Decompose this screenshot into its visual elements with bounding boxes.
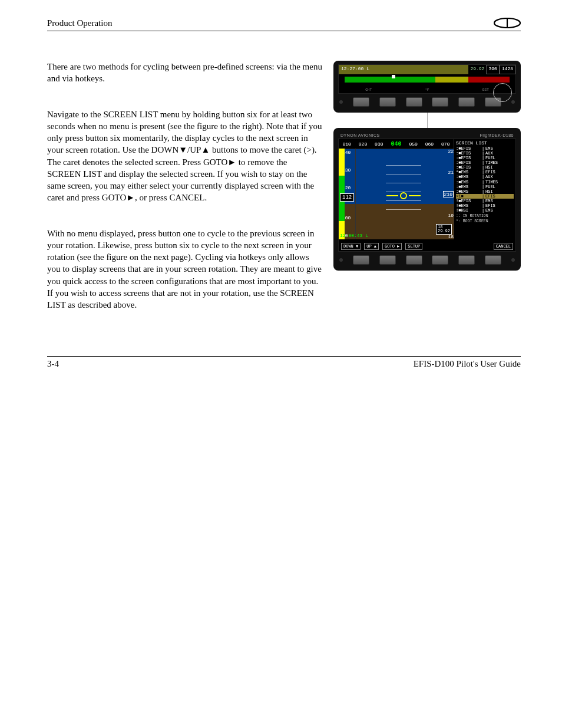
ems-degree-label: °F (425, 88, 429, 92)
screen-list-item[interactable]: :■EMS|HSI (456, 189, 514, 194)
efis-button-3[interactable] (406, 255, 422, 265)
efis-unit-bezel: DYNON AVIONICS FlightDEK-D180 010 020 03… (333, 128, 521, 271)
bezel-screw-icon (511, 258, 515, 262)
alt-readout: 210 (443, 191, 454, 197)
softkey-goto[interactable]: GOTO ► (382, 243, 402, 250)
ems-button-row (338, 94, 516, 108)
ems-gauge-marker-icon (392, 75, 395, 78)
screen-list-item[interactable]: !■EMS|EFIS (456, 203, 514, 208)
efis-button-2[interactable] (379, 255, 396, 265)
screen-list-item[interactable]: :■EMS|TIMES (456, 180, 514, 185)
ems-egt-label: EGT (482, 88, 489, 92)
softkey-cancel[interactable]: CANCEL (494, 243, 513, 250)
screen-list-item[interactable]: :■EMS|FUEL (456, 185, 514, 189)
efis-button-1[interactable] (353, 255, 369, 265)
heading-tick: 010 (342, 141, 351, 147)
ems-button-2[interactable] (379, 97, 396, 107)
hardware-photo: 12:27:00 L 29.92 390 1428 CHT °F EGT (333, 61, 521, 271)
screen-list-legend-rotation: :: IN ROTATION (456, 214, 514, 218)
airspeed-readout: 112 (340, 193, 354, 202)
ems-button-4[interactable] (432, 97, 448, 107)
softkey-up[interactable]: UP ▲ (364, 243, 379, 250)
heading-tick: 030 (375, 141, 383, 147)
bezel-screw-icon (511, 100, 515, 104)
efis-button-row (338, 252, 516, 266)
paragraph-intro: There are two methods for cycling betwee… (47, 61, 323, 85)
heading-tick: 060 (425, 141, 434, 147)
alt-tick: 21 (448, 170, 454, 175)
heading-tick: 020 (359, 141, 367, 147)
ems-button-5[interactable] (458, 97, 475, 107)
screen-list-item[interactable]: :■EFIS|HSI (456, 165, 514, 170)
ems-egt-value: 1428 (500, 65, 515, 74)
dynon-logo-icon (494, 18, 521, 28)
screen-list-item[interactable]: :■EMS|AUX (456, 174, 514, 179)
page-footer: 3-4 EFIS-D100 Pilot's User Guide (47, 356, 521, 369)
screen-list-menu[interactable]: SCREEN LIST :■EFIS|EMS:■EFIS|AUX:■EFIS|F… (454, 139, 515, 239)
screen-list-item[interactable]: !■EFIS|EMS (456, 199, 514, 203)
screen-list-item[interactable]: :■EFIS|AUX (456, 151, 514, 156)
ems-cht-value: 390 (486, 65, 499, 74)
screen-list-item[interactable]: :■EFIS|TIMES (456, 160, 514, 165)
screen-list-item[interactable]: >1■|EFIS (456, 194, 514, 199)
alt-tick: 19 (448, 213, 454, 218)
ems-unit-bezel: 12:27:00 L 29.92 390 1428 CHT °F EGT (333, 61, 521, 113)
page-header: Product Operation (47, 18, 521, 31)
aircraft-symbol-icon (380, 192, 427, 199)
header-title: Product Operation (47, 18, 112, 28)
brand-left: DYNON AVIONICS (340, 133, 380, 137)
efis-button-6[interactable] (485, 255, 501, 265)
callout-line-icon (427, 113, 428, 128)
ems-screen: 12:27:00 L 29.92 390 1428 CHT °F EGT (338, 64, 516, 94)
heading-current: 040 (391, 141, 401, 147)
baro-readout: 18 29.92 (436, 224, 452, 235)
efis-screen: 010 020 030 040 050 060 070 140 130 (338, 139, 516, 252)
ems-gauge-labels: CHT °F EGT (339, 88, 515, 92)
heading-tick: 070 (441, 141, 449, 147)
bezel-screw-icon (339, 100, 343, 104)
heading-tape: 010 020 030 040 050 060 070 (339, 139, 454, 149)
paragraph-hotkeys: With no menu displayed, press button one… (47, 228, 323, 311)
screen-list-item[interactable]: !■HSI|EMS (456, 208, 514, 213)
screen-list-item[interactable]: *■EMS|EFIS (456, 170, 514, 174)
bezel-screw-icon (339, 258, 343, 262)
heading-tick: 050 (409, 141, 417, 147)
softkey-setup[interactable]: SETUP (405, 243, 422, 250)
screen-list-title: SCREEN LIST (456, 140, 514, 146)
figure-column: 12:27:00 L 29.92 390 1428 CHT °F EGT (333, 61, 521, 334)
ems-button-6[interactable] (485, 97, 501, 107)
ems-cht-label: CHT (365, 88, 372, 92)
footer-page-number: 3-4 (47, 359, 59, 369)
efis-button-4[interactable] (432, 255, 448, 265)
body-text-column: There are two methods for cycling betwee… (47, 61, 323, 334)
ems-button-3[interactable] (406, 97, 422, 107)
efis-button-5[interactable] (458, 255, 475, 265)
ems-button-1[interactable] (353, 97, 369, 107)
alt-tick: 18 (448, 234, 454, 239)
alt-tick: 22 (448, 149, 454, 154)
footer-guide-title: EFIS-D100 Pilot's User Guide (414, 359, 521, 369)
paragraph-menu-nav: Navigate to the SCREEN LIST menu by hold… (47, 108, 323, 204)
softkey-down[interactable]: DOWN ▼ (341, 243, 361, 250)
screen-list-item[interactable]: :■EFIS|FUEL (456, 156, 514, 160)
efis-brand-bar: DYNON AVIONICS FlightDEK-D180 (338, 131, 516, 139)
softkey-label-row: DOWN ▼ UP ▲ GOTO ► SETUP CANCEL (339, 239, 515, 251)
screen-list-item[interactable]: :■EFIS|EMS (456, 146, 514, 151)
brand-right: FlightDEK-D180 (480, 133, 514, 137)
efis-clock: 12:00:43 L (340, 233, 368, 238)
ems-baro: 29.92 (468, 65, 486, 74)
screen-list-legend-boot: *: BOOT SCREEN (456, 219, 514, 223)
ems-gauge-bar (345, 77, 510, 83)
ems-clock: 12:27:00 L (339, 65, 468, 74)
